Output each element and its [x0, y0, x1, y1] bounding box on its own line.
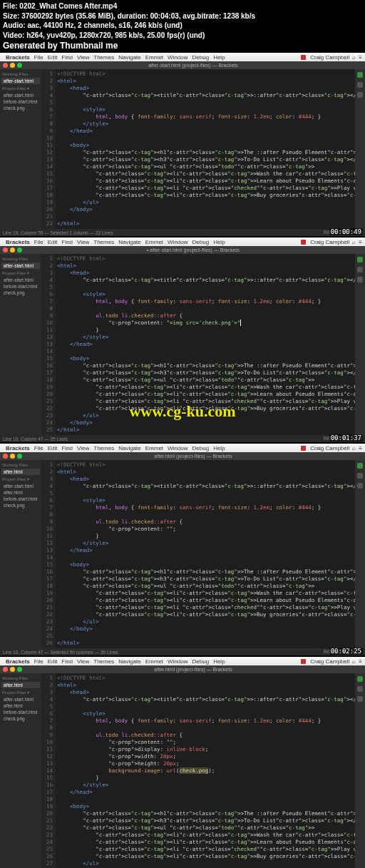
code-editor[interactable]: <!DOCTYPE html><html> <head> "c-attr">cl… — [56, 673, 355, 868]
project-file[interactable]: before-start.html — [1, 283, 40, 290]
menu-themes[interactable]: Themes — [93, 445, 114, 451]
menu-view[interactable]: View — [77, 658, 89, 665]
menu-emmet[interactable]: Emmet — [145, 54, 163, 61]
minimize-icon[interactable] — [10, 247, 15, 252]
extension-icon[interactable] — [357, 92, 363, 98]
menu-view[interactable]: View — [77, 445, 89, 451]
working-file[interactable]: after-start.html — [1, 78, 40, 84]
zoom-icon[interactable] — [17, 667, 22, 672]
menu-find[interactable]: Find — [62, 54, 73, 61]
app-name[interactable]: Brackets — [6, 658, 30, 665]
menu-edit[interactable]: Edit — [48, 54, 58, 61]
extension-icon[interactable] — [357, 277, 363, 282]
menu-edit[interactable]: Edit — [48, 445, 58, 451]
menu-file[interactable]: File — [34, 658, 43, 665]
search-icon[interactable]: ⌕ — [352, 658, 356, 665]
menu-help[interactable]: Help — [213, 54, 225, 61]
search-icon[interactable]: ⌕ — [352, 54, 356, 61]
menu-debug[interactable]: Debug — [192, 445, 210, 451]
menu-themes[interactable]: Themes — [93, 239, 114, 245]
menu-themes[interactable]: Themes — [93, 658, 114, 665]
live-preview-icon[interactable] — [357, 257, 363, 262]
extension-icon[interactable] — [357, 267, 363, 272]
project-file[interactable]: after-start.html — [1, 92, 40, 98]
menu-extras-icon[interactable]: ≡ — [359, 54, 362, 61]
extension-icon[interactable] — [357, 686, 363, 692]
zoom-icon[interactable] — [17, 454, 22, 459]
close-icon[interactable] — [3, 247, 8, 252]
menu-navigate[interactable]: Navigate — [118, 239, 141, 245]
menu-file[interactable]: File — [34, 54, 43, 61]
menu-debug[interactable]: Debug — [192, 54, 210, 61]
menu-themes[interactable]: Themes — [93, 54, 114, 61]
search-icon[interactable]: ⌕ — [352, 445, 356, 451]
project-label[interactable]: project-files ▾ — [1, 84, 40, 92]
menu-help[interactable]: Help — [213, 658, 225, 665]
menu-navigate[interactable]: Navigate — [118, 54, 141, 61]
project-file[interactable]: check.png — [1, 715, 40, 722]
project-file[interactable]: before-start.html — [1, 98, 40, 105]
zoom-icon[interactable] — [17, 63, 22, 68]
menu-window[interactable]: Window — [168, 445, 187, 451]
menu-view[interactable]: View — [77, 239, 89, 245]
menu-emmet[interactable]: Emmet — [145, 445, 163, 451]
code-editor[interactable]: <!DOCTYPE html><html> <head> "c-attr">cl… — [56, 254, 355, 435]
search-icon[interactable]: ⌕ — [352, 239, 356, 245]
menu-emmet[interactable]: Emmet — [145, 658, 163, 665]
close-icon[interactable] — [3, 667, 8, 672]
project-label[interactable]: project-files ▾ — [1, 475, 40, 483]
project-label[interactable]: project-files ▾ — [1, 269, 40, 277]
extension-icon[interactable] — [357, 82, 363, 88]
menu-emmet[interactable]: Emmet — [145, 239, 163, 245]
project-file[interactable]: after-start.html — [1, 483, 40, 489]
working-file[interactable]: after.html — [1, 469, 40, 475]
menu-help[interactable]: Help — [213, 445, 225, 451]
menu-file[interactable]: File — [34, 239, 43, 245]
extension-icon[interactable] — [357, 483, 363, 489]
menu-window[interactable]: Window — [168, 54, 187, 61]
menu-navigate[interactable]: Navigate — [118, 658, 141, 665]
close-icon[interactable] — [3, 454, 8, 459]
menu-extras-icon[interactable]: ≡ — [359, 445, 362, 451]
menu-extras-icon[interactable]: ≡ — [359, 239, 362, 245]
menu-window[interactable]: Window — [168, 658, 187, 665]
close-icon[interactable] — [3, 63, 8, 68]
menu-help[interactable]: Help — [213, 239, 225, 245]
menu-view[interactable]: View — [77, 54, 89, 61]
minimize-icon[interactable] — [10, 454, 15, 459]
menu-debug[interactable]: Debug — [192, 239, 210, 245]
project-file[interactable]: check.png — [1, 105, 40, 111]
menu-edit[interactable]: Edit — [48, 658, 58, 665]
menu-window[interactable]: Window — [168, 239, 187, 245]
working-file[interactable]: after.html — [1, 682, 40, 688]
menu-find[interactable]: Find — [62, 658, 73, 665]
project-file[interactable]: before-start.html — [1, 496, 40, 502]
app-name[interactable]: Brackets — [6, 239, 30, 245]
app-name[interactable]: Brackets — [6, 445, 30, 451]
code-editor[interactable]: <!DOCTYPE html><html> <head> "c-attr">cl… — [56, 69, 355, 229]
menubar-user[interactable]: Craig Campbell — [310, 54, 349, 61]
live-preview-icon[interactable] — [357, 72, 363, 78]
menubar-user[interactable]: Craig Campbell — [310, 658, 349, 665]
project-file[interactable]: after-start.html — [1, 277, 40, 283]
project-file[interactable]: after-start.html — [1, 696, 40, 703]
app-name[interactable]: Brackets — [6, 54, 30, 61]
extension-icon[interactable] — [357, 696, 363, 702]
menu-find[interactable]: Find — [62, 445, 73, 451]
project-label[interactable]: project-files ▾ — [1, 688, 40, 696]
menubar-user[interactable]: Craig Campbell — [310, 445, 349, 451]
zoom-icon[interactable] — [17, 247, 22, 252]
menu-debug[interactable]: Debug — [192, 658, 210, 665]
menu-edit[interactable]: Edit — [48, 239, 58, 245]
extension-icon[interactable] — [357, 473, 363, 479]
minimize-icon[interactable] — [10, 667, 15, 672]
menubar-user[interactable]: Craig Campbell — [310, 239, 349, 245]
project-file[interactable]: after.html — [1, 489, 40, 496]
minimize-icon[interactable] — [10, 63, 15, 68]
live-preview-icon[interactable] — [357, 463, 363, 469]
menu-extras-icon[interactable]: ≡ — [359, 658, 362, 665]
project-file[interactable]: check.png — [1, 502, 40, 509]
project-file[interactable]: check.png — [1, 290, 40, 296]
project-file[interactable]: before-start.html — [1, 709, 40, 715]
code-editor[interactable]: <!DOCTYPE html><html> <head> "c-attr">cl… — [56, 460, 355, 648]
